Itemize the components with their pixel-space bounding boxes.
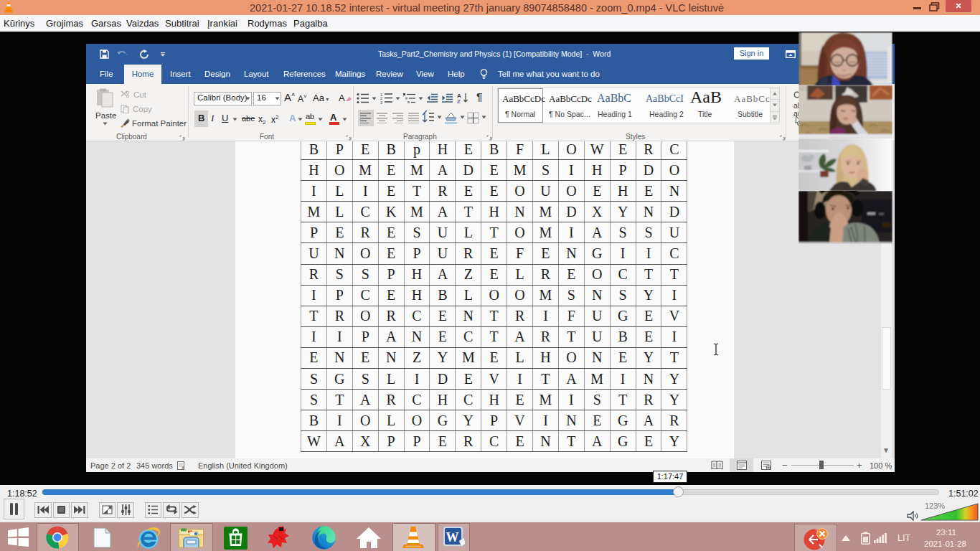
svg-text:Z: Z [457, 98, 461, 104]
svg-text:W: W [446, 530, 459, 545]
svg-text:3: 3 [380, 100, 382, 105]
svg-text:x: x [182, 465, 184, 470]
